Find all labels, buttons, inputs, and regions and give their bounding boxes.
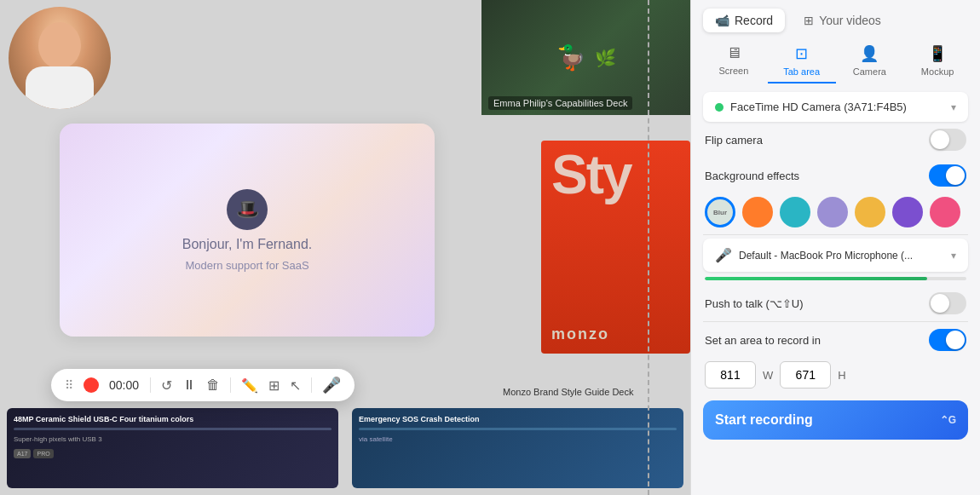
height-label: H — [838, 369, 845, 382]
swatch-lavender[interactable] — [817, 197, 848, 227]
monzo-deck-label: Monzo Brand Style Guide Deck — [503, 387, 633, 397]
camera-dot — [715, 103, 723, 112]
edit-icon[interactable]: ✏️ — [241, 377, 258, 394]
tab-screen[interactable]: 🖥 Screen — [700, 39, 768, 83]
toolbar-divider-3 — [311, 377, 312, 393]
swatch-pink[interactable] — [930, 197, 960, 227]
record-tab[interactable]: 📹 Record — [703, 9, 785, 32]
area-width-input[interactable] — [705, 361, 756, 389]
emma-deck-thumb: 🦆 🌿 Emma Philip's Capabilities Deck — [481, 0, 690, 115]
mic-level-bar — [705, 277, 966, 280]
camera-mode-label: Camera — [853, 66, 886, 77]
push-to-talk-toggle[interactable] — [929, 292, 966, 314]
push-to-talk-label: Push to talk (⌥⇧U) — [705, 297, 929, 310]
start-recording-shortcut: ⌃G — [940, 414, 956, 426]
set-area-row: Set an area to record in — [691, 322, 980, 358]
panel-header: 📹 Record ⊞ Your videos — [691, 0, 980, 32]
cursor-icon[interactable]: ↖ — [290, 377, 301, 394]
mockup-label: Mockup — [921, 66, 954, 77]
bottom-left-thumb: 48MP Ceramic Shield USB-C Four titanium … — [7, 408, 338, 488]
flip-camera-toggle[interactable] — [929, 129, 966, 151]
swatch-blur[interactable]: Blur — [705, 197, 735, 227]
person-avatar — [9, 7, 111, 109]
area-height-input[interactable] — [780, 361, 831, 389]
swatch-purple[interactable] — [892, 197, 923, 227]
separator-1 — [703, 234, 968, 235]
monzo-sty-text: Sty — [541, 141, 690, 209]
screen-label: Screen — [718, 66, 748, 76]
fernand-icon: 🎩 — [227, 189, 268, 230]
flip-camera-label: Flip camera — [705, 134, 929, 147]
drag-handle-icon: ⠿ — [65, 378, 73, 392]
background-effects-label: Background effects — [705, 170, 929, 182]
recording-time: 00:00 — [109, 378, 140, 392]
panel-body: FaceTime HD Camera (3A71:F4B5) ▾ Flip ca… — [691, 83, 980, 495]
start-recording-label: Start recording — [715, 412, 813, 428]
camera-selector[interactable]: FaceTime HD Camera (3A71:F4B5) ▾ — [703, 92, 968, 122]
blur-label: Blur — [713, 209, 727, 216]
background-effects-toggle[interactable] — [929, 164, 966, 187]
swatch-orange[interactable] — [742, 197, 773, 227]
push-to-talk-row: Push to talk (⌥⇧U) — [691, 285, 980, 321]
your-videos-tab[interactable]: ⊞ Your videos — [792, 9, 893, 32]
record-tab-icon: 📹 — [715, 14, 729, 27]
dashed-divider — [648, 0, 649, 495]
toolbar-divider-2 — [230, 377, 231, 393]
mockup-icon: 📱 — [928, 44, 947, 63]
monzo-brand-text: monzo — [551, 325, 609, 343]
set-area-toggle[interactable] — [929, 329, 966, 351]
fernand-title: Bonjour, I'm Fernand. — [182, 237, 312, 252]
mic-chevron-icon: ▾ — [951, 250, 956, 262]
mic-toolbar-icon[interactable]: 🎤 — [322, 376, 341, 394]
swatch-teal[interactable] — [780, 197, 810, 227]
set-area-label: Set an area to record in — [705, 334, 929, 347]
fernand-subtitle: Modern support for SaaS — [185, 259, 308, 272]
monzo-card: Sty monzo — [541, 141, 690, 354]
right-panel: 📹 Record ⊞ Your videos 🖥 Screen ⊡ Tab ar… — [690, 0, 980, 495]
mic-selector-icon: 🎤 — [715, 247, 732, 263]
bottom-row: 48MP Ceramic Shield USB-C Four titanium … — [0, 401, 690, 495]
swatch-yellow[interactable] — [855, 197, 885, 227]
tab-mockup[interactable]: 📱 Mockup — [903, 39, 971, 83]
camera-chevron-icon: ▾ — [951, 101, 956, 113]
swatches-row: Blur — [691, 193, 980, 234]
pause-icon[interactable]: ⏸ — [182, 377, 196, 393]
mode-tabs: 🖥 Screen ⊡ Tab area 👤 Camera 📱 Mockup — [691, 32, 980, 83]
tab-tab-area[interactable]: ⊡ Tab area — [768, 39, 836, 83]
fernand-card: 🎩 Bonjour, I'm Fernand. Modern support f… — [60, 124, 435, 337]
camera-mode-icon: 👤 — [860, 44, 879, 63]
record-toolbar: ⠿ 00:00 ↺ ⏸ 🗑 ✏️ ⊞ ↖ 🎤 — [51, 369, 355, 401]
recording-dot — [84, 377, 99, 393]
tab-area-label: Tab area — [783, 66, 820, 77]
start-recording-button[interactable]: Start recording ⌃G — [703, 400, 968, 440]
tab-area-icon: ⊡ — [795, 44, 808, 63]
mic-selector[interactable]: 🎤 Default - MacBook Pro Microphone (... … — [703, 239, 968, 272]
your-videos-icon: ⊞ — [804, 14, 814, 27]
background-effects-row: Background effects — [691, 158, 980, 193]
main-content: 🎩 Bonjour, I'm Fernand. Modern support f… — [0, 0, 690, 495]
delete-icon[interactable]: 🗑 — [206, 377, 220, 393]
reset-icon[interactable]: ↺ — [161, 377, 172, 394]
bottom-right-thumb: Emergency SOS Crash Detection via satell… — [352, 408, 683, 488]
width-label: W — [763, 369, 773, 382]
toolbar-divider-1 — [150, 377, 151, 393]
emma-deck-label: Emma Philip's Capabilities Deck — [488, 96, 632, 110]
flip-camera-row: Flip camera — [691, 122, 980, 158]
screen-icon: 🖥 — [726, 44, 741, 62]
tab-camera[interactable]: 👤 Camera — [836, 39, 904, 83]
camera-device-label: FaceTime HD Camera (3A71:F4B5) — [730, 101, 944, 113]
record-tab-label: Record — [735, 14, 773, 27]
your-videos-label: Your videos — [819, 14, 881, 27]
area-inputs: W H — [691, 358, 980, 392]
mic-level-fill — [705, 277, 927, 280]
grid-icon[interactable]: ⊞ — [268, 377, 280, 394]
mic-device-label: Default - MacBook Pro Microphone (... — [739, 250, 944, 262]
